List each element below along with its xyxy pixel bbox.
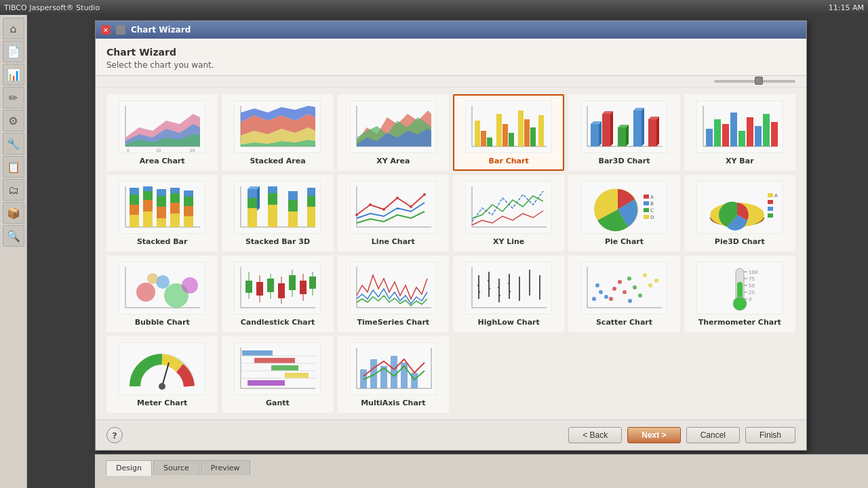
chart-thumb-xy-area [349, 100, 437, 154]
tab-preview[interactable]: Preview [201, 460, 250, 475]
size-slider-thumb[interactable] [755, 77, 763, 85]
sidebar-icon-tool5[interactable]: 🔍 [3, 225, 24, 247]
svg-rect-78 [157, 196, 166, 207]
svg-rect-222 [285, 373, 309, 378]
svg-text:25: 25 [749, 290, 755, 296]
chart-thumb-thermometer: 100 75 50 25 0 [696, 261, 784, 315]
chart-label-pie: Pie Chart [605, 237, 644, 246]
chart-item-highlow[interactable]: HighLow Chart [453, 256, 564, 332]
svg-point-109 [369, 203, 372, 206]
sidebar-icon-tool3[interactable]: 🗂 [3, 179, 24, 201]
svg-rect-96 [268, 205, 277, 227]
chart-item-area[interactable]: 0 10 20 Area Chart [106, 94, 218, 171]
svg-point-186 [604, 295, 608, 299]
svg-text:0: 0 [127, 148, 130, 152]
svg-rect-62 [755, 126, 762, 146]
chart-item-gantt[interactable]: Gantt [222, 336, 333, 413]
svg-rect-221 [271, 365, 298, 371]
chart-item-pie3d[interactable]: A Pie3D Chart [684, 175, 795, 251]
dialog-close-button[interactable]: ✕ [101, 25, 111, 35]
svg-rect-74 [143, 191, 153, 200]
sidebar-icon-tool4[interactable]: 📦 [3, 202, 24, 224]
chart-item-meter[interactable]: Meter Chart [106, 336, 218, 413]
chart-item-pie[interactable]: A B C D Pie Chart [568, 175, 679, 251]
next-button[interactable]: Next > [627, 427, 680, 443]
dialog-subtitle: Select the chart you want. [106, 60, 795, 70]
chart-item-bar[interactable]: Bar Chart [453, 94, 564, 171]
dialog-title: Chart Wizard [131, 25, 191, 35]
tab-design[interactable]: Design [106, 460, 152, 476]
svg-rect-85 [184, 206, 193, 216]
chart-item-xy-area[interactable]: XY Area [338, 94, 449, 171]
chart-item-timeseries[interactable]: TimeSeries Chart [338, 256, 449, 332]
help-button[interactable]: ? [106, 427, 123, 443]
chart-thumb-highlow [465, 261, 553, 315]
svg-rect-84 [184, 216, 193, 227]
size-slider-track[interactable] [714, 80, 795, 83]
footer-buttons: < Back Next > Cancel Finish [568, 427, 795, 443]
dialog-heading: Chart Wizard [106, 47, 795, 58]
svg-rect-61 [747, 117, 753, 146]
svg-point-113 [423, 193, 426, 196]
svg-rect-114 [465, 181, 552, 234]
sidebar-icon-tool1[interactable]: 🔧 [3, 133, 24, 155]
svg-point-188 [612, 287, 616, 291]
svg-rect-105 [350, 181, 437, 234]
svg-rect-30 [509, 133, 514, 146]
chart-item-line[interactable]: Line Chart [338, 175, 449, 251]
sidebar-icon-chart[interactable]: 📊 [3, 64, 24, 85]
chart-thumb-stacked-area [233, 100, 321, 154]
chart-item-bar3d[interactable]: Bar3D Chart [568, 94, 679, 171]
chart-thumb-meter [118, 342, 206, 396]
chart-item-candlestick[interactable]: Candlestick Chart [222, 256, 333, 332]
svg-point-196 [654, 279, 658, 283]
chart-item-multiaxis[interactable]: MultiAxis Chart [338, 336, 449, 413]
dialog-minimize-button[interactable] [116, 25, 125, 35]
svg-rect-44 [618, 127, 626, 146]
sidebar-icon-tool2[interactable]: 📋 [3, 156, 24, 178]
sidebar-icon-settings[interactable]: ⚙ [3, 110, 24, 131]
chart-thumb-scatter [580, 261, 668, 315]
svg-rect-125 [644, 215, 649, 219]
chart-item-xy-line[interactable]: XY Line [453, 175, 564, 251]
svg-marker-52 [656, 117, 659, 146]
svg-rect-93 [248, 189, 257, 198]
svg-marker-49 [642, 108, 644, 146]
chart-item-bubble[interactable]: Bubble Chart [106, 256, 218, 332]
sidebar-icon-file[interactable]: 📄 [3, 41, 24, 62]
svg-rect-99 [288, 211, 298, 227]
svg-rect-104 [307, 188, 315, 196]
chart-item-stacked-bar-3d[interactable]: Stacked Bar 3D [222, 175, 333, 251]
svg-rect-237 [411, 373, 418, 388]
chart-label-scatter: Scatter Chart [596, 318, 652, 327]
chart-item-stacked-bar[interactable]: Stacked Bar [106, 175, 218, 251]
svg-rect-38 [591, 124, 599, 146]
chart-item-thermometer[interactable]: 100 75 50 25 0 Thermometer Chart [684, 256, 795, 332]
finish-button[interactable]: Finish [745, 427, 795, 443]
chart-thumb-stacked-bar-3d [233, 180, 321, 235]
sidebar-icon-edit[interactable]: ✏ [3, 87, 24, 108]
back-button[interactable]: < Back [568, 427, 622, 443]
chart-item-xy-bar[interactable]: XY Bar [684, 94, 795, 171]
svg-rect-58 [722, 124, 729, 146]
svg-text:C: C [650, 208, 654, 214]
chart-item-stacked-area[interactable]: Stacked Area [222, 94, 333, 171]
chart-thumb-timeseries [349, 261, 437, 315]
tab-source[interactable]: Source [153, 460, 199, 475]
svg-rect-98 [268, 186, 277, 193]
svg-point-184 [592, 297, 596, 301]
cancel-button[interactable]: Cancel [686, 427, 740, 443]
svg-rect-147 [245, 281, 252, 293]
svg-text:50: 50 [749, 283, 755, 289]
svg-rect-76 [157, 218, 166, 227]
svg-rect-92 [248, 198, 257, 208]
svg-rect-72 [143, 211, 153, 227]
chart-thumb-gantt [233, 342, 321, 396]
chart-thumb-xy-line [465, 180, 553, 235]
svg-point-187 [595, 283, 599, 287]
taskbar: TIBCO Jaspersoft® Studio 11:15 AM [0, 0, 868, 15]
svg-text:A: A [650, 195, 654, 200]
sidebar-icon-home[interactable]: ⌂ [3, 18, 24, 39]
svg-point-142 [182, 277, 198, 293]
chart-item-scatter[interactable]: Scatter Chart [568, 256, 679, 332]
